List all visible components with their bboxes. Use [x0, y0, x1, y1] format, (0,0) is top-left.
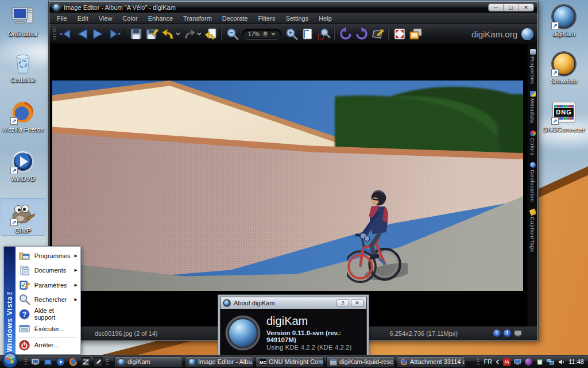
- color-managed-view-icon[interactable]: [514, 330, 522, 337]
- overexposure-indicator-icon[interactable]: !: [504, 329, 511, 337]
- show-desktop-icon[interactable]: [30, 357, 40, 366]
- desktop-icon-showfoto[interactable]: ↗ Showfoto: [542, 49, 586, 86]
- start-item-aide[interactable]: ? Aide et support: [16, 307, 80, 321]
- save-button[interactable]: [128, 26, 144, 42]
- dialog-help-button[interactable]: ?: [336, 299, 349, 307]
- start-item-executer[interactable]: Exécuter...: [16, 321, 80, 336]
- underexposure-indicator-icon[interactable]: !: [493, 329, 501, 337]
- system-tray: FR 11:48: [477, 358, 588, 366]
- menu-settings[interactable]: Settings: [280, 14, 314, 23]
- menu-file[interactable]: File: [52, 14, 72, 23]
- minimize-button[interactable]: —: [489, 4, 504, 11]
- fit-to-window-icon: [301, 27, 315, 41]
- maximize-button[interactable]: ▢: [504, 4, 519, 11]
- fit-to-window-button[interactable]: [300, 26, 315, 42]
- rotate-left-button[interactable]: [338, 26, 353, 42]
- start-item-parametres[interactable]: Paramètres ▶: [16, 278, 80, 292]
- start-item-programmes[interactable]: Programmes ▶: [16, 248, 80, 263]
- save-as-button[interactable]: [144, 26, 160, 42]
- digikam-org-link[interactable]: digiKam.org: [471, 28, 536, 40]
- taskbar: digiKam Image Editor - Albu... MC GNU Mi…: [0, 355, 588, 368]
- firefox-quicklaunch-icon[interactable]: [68, 357, 78, 366]
- start-button[interactable]: [2, 352, 18, 368]
- menu-enhance[interactable]: Enhance: [143, 14, 178, 23]
- tab-geolocation[interactable]: Geolocation: [529, 162, 536, 202]
- media-player-icon[interactable]: [56, 357, 65, 366]
- taskbar-button-image-editor[interactable]: Image Editor - Albu...: [185, 356, 253, 367]
- tag-icon: [529, 208, 536, 216]
- desktop-icon-windvd[interactable]: ↗ WinDVD: [1, 147, 45, 183]
- display-tray-icon[interactable]: [514, 358, 521, 366]
- desktop-icon-label: Ordinateur: [8, 30, 38, 37]
- zoom-out-button[interactable]: [225, 26, 240, 42]
- language-indicator[interactable]: FR: [484, 358, 493, 365]
- taskband-handle[interactable]: [106, 358, 109, 366]
- back-button[interactable]: [74, 26, 90, 42]
- toolbar-separator: [388, 28, 389, 40]
- tab-colors[interactable]: Colors: [529, 131, 536, 155]
- undo-dropdown-icon[interactable]: [176, 32, 180, 36]
- undo-button[interactable]: [160, 26, 181, 42]
- free-rotation-button[interactable]: [370, 26, 385, 42]
- zoom-clear-icon[interactable]: ✕: [262, 31, 268, 37]
- quick-launch: [25, 357, 109, 366]
- zoom-dropdown-icon[interactable]: [271, 32, 276, 36]
- menu-help[interactable]: Help: [314, 14, 337, 23]
- desktop-icon-firefox[interactable]: ↗ Mozilla Firefox: [1, 98, 45, 134]
- rotate-right-button[interactable]: [354, 26, 369, 42]
- menu-filters[interactable]: Filters: [253, 14, 280, 23]
- digikam-tray-icon[interactable]: [525, 358, 532, 366]
- forward-button[interactable]: [90, 26, 106, 42]
- last-image-button[interactable]: [106, 26, 122, 42]
- volume-tray-icon[interactable]: [558, 358, 565, 366]
- menu-view[interactable]: View: [94, 14, 118, 23]
- toolbar-drag-handle[interactable]: [53, 28, 56, 40]
- taskbar-button-liquid-rescale[interactable]: digiKam-liquid-resc...: [326, 356, 394, 367]
- desktop-icon-corbeille[interactable]: Corbeille: [1, 48, 45, 85]
- tray-collapse-icon[interactable]: [496, 359, 500, 365]
- close-button[interactable]: ✕: [519, 4, 533, 11]
- window-switcher-icon[interactable]: [43, 357, 52, 366]
- menu-color[interactable]: Color: [117, 14, 142, 23]
- menu-edit[interactable]: Edit: [72, 14, 94, 23]
- start-item-documents[interactable]: Documents ▶: [16, 263, 80, 277]
- desktop-icon-digikam[interactable]: ↗ digiKam: [542, 2, 586, 39]
- fullscreen-button[interactable]: [392, 26, 407, 42]
- quick-launch-handle[interactable]: [25, 358, 27, 366]
- submenu-arrow-icon: ▶: [75, 254, 78, 258]
- z-app-icon[interactable]: [81, 357, 90, 366]
- desktop-icon-ordinateur[interactable]: Ordinateur: [1, 2, 45, 39]
- redo-button[interactable]: [181, 26, 202, 42]
- tab-caption-tags[interactable]: Caption/Tags: [529, 209, 536, 252]
- fit-to-selection-button[interactable]: [316, 26, 331, 42]
- dialog-close-button[interactable]: ✕: [351, 299, 363, 307]
- desktop-icon-dngconverter[interactable]: DNG ↗ DNGConverter: [542, 98, 586, 134]
- network-tray-icon[interactable]: [547, 358, 554, 366]
- start-item-rechercher[interactable]: Rechercher ▶: [16, 292, 80, 306]
- help-icon: ?: [18, 308, 30, 320]
- ati-tray-icon[interactable]: [503, 358, 510, 366]
- start-item-arreter[interactable]: Arrêter...: [16, 338, 80, 352]
- first-image-button[interactable]: [58, 26, 74, 42]
- notes-app-icon[interactable]: [94, 357, 103, 366]
- clipboard-tray-icon[interactable]: [536, 358, 543, 366]
- taskbar-button-midnight-commander[interactable]: MC GNU Midnight Com...: [256, 356, 324, 367]
- desktop-icon-gimp[interactable]: ↗ GIMP: [1, 199, 45, 235]
- redo-dropdown-icon[interactable]: [197, 32, 202, 36]
- dialog-title-bar[interactable]: About digiKam ? ✕: [220, 297, 366, 309]
- tab-metadata[interactable]: Metadata: [529, 91, 536, 124]
- zoom-level-combobox[interactable]: 17% ✕: [242, 29, 281, 39]
- firefox-icon: ↗: [10, 99, 36, 125]
- taskbar-button-attachment[interactable]: Attachment 33114 a...: [397, 356, 465, 367]
- clock[interactable]: 11:48: [568, 358, 584, 365]
- revert-button[interactable]: [203, 26, 218, 42]
- tab-properties[interactable]: Properties: [529, 49, 536, 84]
- title-bar[interactable]: Image Editor - Album "A Vélo" - digiKam …: [49, 2, 537, 13]
- digikam-dialog-icon: [223, 300, 230, 306]
- slideshow-button[interactable]: [408, 26, 423, 42]
- taskbar-button-digikam[interactable]: digiKam: [114, 356, 183, 367]
- menu-decorate[interactable]: Decorate: [217, 14, 253, 23]
- zoom-in-button[interactable]: [284, 26, 299, 42]
- shortcut-arrow-icon: ↗: [551, 22, 559, 29]
- menu-transform[interactable]: Transform: [178, 14, 217, 23]
